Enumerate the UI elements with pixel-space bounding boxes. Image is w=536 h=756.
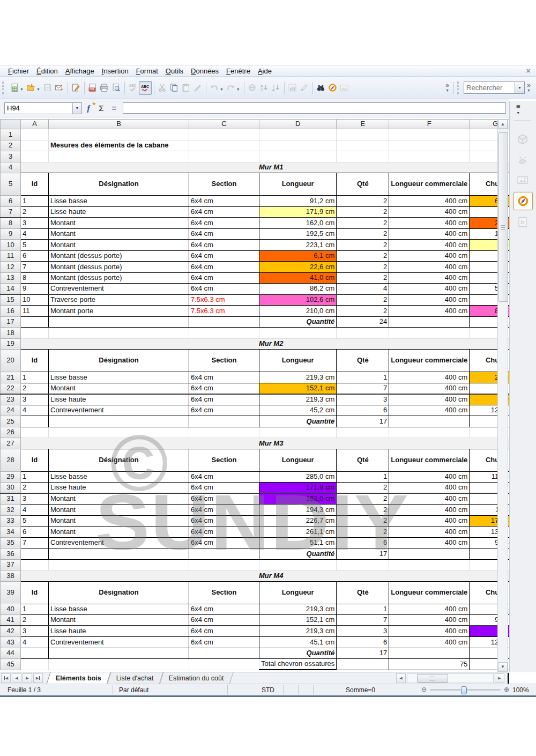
cell[interactable]: Quantité	[259, 549, 337, 560]
cell[interactable]: Longueur commerciale	[389, 581, 470, 604]
hscroll-right-icon[interactable]: ▶	[495, 673, 504, 683]
row-header[interactable]: 25	[1, 416, 21, 427]
cut-button[interactable]	[157, 81, 168, 94]
cell[interactable]: 2	[21, 383, 49, 394]
row-header[interactable]: 23	[1, 394, 21, 405]
cell[interactable]: 261,1 cm	[259, 527, 337, 538]
cell[interactable]: 8	[21, 272, 49, 284]
cell[interactable]: 162,0 cm	[259, 218, 337, 229]
row-header[interactable]: 20	[1, 350, 21, 372]
cell[interactable]: Lisse basse	[49, 196, 189, 207]
cell[interactable]: 152,1 cm	[259, 615, 337, 626]
cell[interactable]: Longueur	[259, 449, 337, 471]
cell[interactable]: 285,0 cm	[259, 471, 337, 483]
cell[interactable]: 1	[21, 604, 49, 615]
cell[interactable]	[21, 416, 49, 427]
row-header[interactable]: 35	[1, 537, 21, 549]
previous-sheet-icon[interactable]: ◀	[12, 673, 21, 683]
search-input[interactable]	[464, 83, 515, 92]
row-header[interactable]: 22	[1, 383, 21, 394]
cell[interactable]: 6x4 cm	[189, 637, 259, 648]
next-sheet-icon[interactable]: ▶	[23, 673, 32, 683]
row-header[interactable]: 16	[1, 306, 21, 317]
cell[interactable]	[49, 129, 189, 140]
cell[interactable]: 7.5x6.3 cm	[189, 294, 259, 306]
cell[interactable]: 17	[337, 416, 389, 427]
cell[interactable]	[21, 129, 49, 140]
row-header[interactable]: 5	[1, 173, 21, 196]
cell[interactable]: 6x4 cm	[189, 394, 259, 405]
cell[interactable]: 400 cm	[389, 228, 470, 240]
function-wizard-button[interactable]: ƒ★	[82, 102, 95, 114]
print-button[interactable]	[99, 81, 110, 94]
column-header-D[interactable]: D	[259, 120, 337, 129]
sheet-tab-estimation-du-cout[interactable]: Estimation du coût	[161, 672, 232, 684]
menu-donnees[interactable]: Données	[187, 66, 222, 76]
cell[interactable]	[337, 427, 389, 438]
cell[interactable]	[389, 129, 470, 140]
cell[interactable]: 400 cm	[389, 604, 470, 615]
cell[interactable]	[389, 427, 470, 438]
cell[interactable]: 400 cm	[389, 493, 470, 505]
cell[interactable]: 3	[21, 493, 49, 505]
cell[interactable]: Montant	[49, 493, 189, 505]
cell[interactable]: Montant (dessus porte)	[49, 250, 189, 262]
cell[interactable]: 400 cm	[389, 615, 470, 626]
save-button[interactable]	[42, 81, 54, 94]
cell[interactable]: Désignation	[49, 581, 189, 604]
cell[interactable]: 6x4 cm	[189, 196, 259, 207]
cell[interactable]	[189, 559, 259, 570]
cell[interactable]	[49, 549, 189, 560]
row-header[interactable]: 6	[1, 196, 21, 207]
cell[interactable]	[337, 328, 389, 339]
cell[interactable]: 6	[21, 527, 49, 538]
cell[interactable]: 210,0 cm	[259, 306, 337, 317]
cell[interactable]: 7.5x6.3 cm	[189, 306, 259, 317]
cell[interactable]: 400 cm	[389, 272, 470, 284]
cell[interactable]: 6	[337, 405, 389, 416]
cell[interactable]	[189, 427, 259, 438]
cell[interactable]: 2	[337, 196, 389, 207]
cell[interactable]	[21, 140, 49, 151]
cell[interactable]: 219,3 cm	[259, 372, 337, 383]
menu-outils[interactable]: Outils	[162, 66, 187, 76]
cell[interactable]	[337, 151, 389, 162]
cell[interactable]: 6x4 cm	[189, 383, 259, 394]
search-dropdown-button[interactable]: ▼	[515, 82, 524, 93]
cell[interactable]: 7	[21, 262, 49, 273]
copy-button[interactable]	[168, 81, 180, 94]
cell[interactable]: 45,1 cm	[259, 637, 337, 648]
cell[interactable]: 7	[21, 537, 49, 549]
cell[interactable]: 17	[337, 549, 389, 560]
cell[interactable]: 152,1 cm	[259, 383, 337, 394]
horizontal-scrollbar-thumb[interactable]	[417, 674, 448, 683]
cell[interactable]: 4	[21, 228, 49, 240]
cell[interactable]: Qté	[337, 350, 389, 372]
cell[interactable]: 6x4 cm	[189, 615, 259, 626]
cell[interactable]: 1	[21, 471, 49, 483]
cell[interactable]: 4	[21, 505, 49, 516]
cell[interactable]	[389, 549, 470, 560]
cell[interactable]: Longueur commerciale	[389, 350, 470, 372]
email-button[interactable]	[54, 81, 65, 94]
cell[interactable]: 91,2 cm	[259, 196, 337, 207]
cell[interactable]: 6x4 cm	[189, 471, 259, 483]
cell[interactable]: 2	[337, 228, 389, 240]
cell[interactable]: 226,7 cm	[259, 515, 337, 527]
cell[interactable]: 10	[21, 294, 49, 306]
menu-edition[interactable]: Édition	[33, 66, 62, 76]
row-header[interactable]: 21	[1, 372, 21, 383]
cell[interactable]: 219,3 cm	[259, 394, 337, 405]
cell[interactable]: Section	[189, 173, 259, 196]
cell[interactable]: 6	[337, 537, 389, 549]
cell[interactable]	[259, 151, 337, 162]
find-replace-button[interactable]	[315, 81, 327, 94]
cell[interactable]	[189, 549, 259, 560]
cell[interactable]: 3	[21, 218, 49, 229]
cell[interactable]: 3	[337, 626, 389, 637]
cell[interactable]: Montant	[49, 218, 189, 229]
sort-descending-button[interactable]	[270, 81, 282, 94]
cell[interactable]: Longueur	[259, 581, 337, 604]
toolbar-overflow-button[interactable]: »▼	[445, 83, 449, 93]
row-header[interactable]: 1	[1, 129, 21, 140]
